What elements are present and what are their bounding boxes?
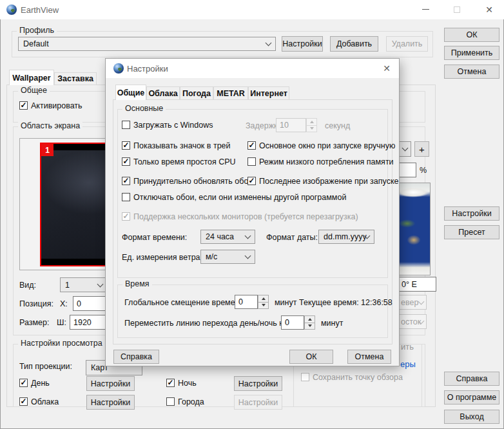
north-combobox-fragment[interactable]: евер	[400, 295, 427, 310]
spin-down-icon[interactable]	[304, 323, 315, 330]
main-window-manual-checkbox[interactable]	[247, 141, 256, 150]
day-checkbox[interactable]	[19, 379, 28, 387]
width-label: Ш:	[57, 318, 66, 327]
dialog-title: Настройки	[127, 64, 168, 74]
date-format-combobox[interactable]: dd.mm.yyyy	[318, 230, 374, 244]
profile-add-button[interactable]: Добавить	[330, 36, 378, 52]
coordinate-input[interactable]: 0° E	[400, 277, 436, 292]
terminator-offset-value: 0	[281, 315, 304, 330]
multimonitor-checkbox[interactable]	[122, 212, 130, 221]
view-value: 1	[65, 281, 70, 290]
cities-settings-button[interactable]: Настройки	[234, 395, 282, 410]
disable-changed-checkbox[interactable]	[122, 193, 130, 201]
chevron-down-icon	[245, 253, 251, 259]
tray-checkbox[interactable]	[122, 141, 130, 150]
dialog-close-icon[interactable]: ✕	[377, 63, 396, 74]
clouds-label: Облака	[31, 397, 59, 406]
help-button[interactable]: Справка	[444, 372, 499, 386]
clouds-checkbox[interactable]	[19, 397, 28, 406]
dialog-tab-internet[interactable]: Интернет	[248, 86, 289, 99]
spin-up-icon[interactable]	[258, 295, 269, 303]
current-time-label: Текущее время: 12:36:58	[299, 298, 393, 307]
view-settings-group-label: Настройки просмотра	[18, 339, 105, 348]
percent-input-fragment[interactable]	[400, 163, 416, 177]
main-window-manual-label: Основное окно при запуске вручную	[259, 141, 395, 150]
app-window: EarthView ✕ Профиль Default Настройки До…	[0, 0, 504, 429]
chevron-down-icon	[418, 298, 425, 304]
cpu-idle-checkbox[interactable]	[122, 157, 130, 166]
seconds-label: секунд	[325, 121, 350, 130]
wind-unit-combobox[interactable]: м/с	[200, 250, 255, 264]
terminator-offset-label: Переместить линию перехода день/ночь на:	[124, 319, 290, 328]
delay-spinner[interactable]: 10	[276, 118, 317, 132]
tab-screensaver[interactable]: Заставка	[54, 72, 97, 85]
activate-checkbox[interactable]	[19, 101, 28, 110]
tab-wallpaper[interactable]: Wallpaper	[9, 70, 54, 85]
dialog-globe-icon	[113, 63, 124, 74]
force-update-checkbox[interactable]	[122, 177, 130, 185]
exit-button[interactable]: Выход	[444, 410, 499, 424]
settings-dialog: Настройки ✕ Общие Облака Погода METAR Ин…	[105, 58, 400, 366]
cities-checkbox[interactable]	[166, 397, 175, 406]
position-label: Позиция:	[19, 299, 53, 308]
date-format-value: dd.mm.yyyy	[324, 232, 367, 241]
add-view-button[interactable]: +	[414, 141, 429, 157]
cancel-button[interactable]: Отмена	[444, 65, 499, 79]
percent-label: %	[420, 166, 427, 175]
ok-button[interactable]: ОК	[444, 28, 499, 42]
link-fragment[interactable]: еры	[400, 360, 416, 369]
disabled-button-fragment: ить	[401, 343, 414, 352]
view-label: Вид:	[19, 281, 36, 290]
time-offset-spinner[interactable]: 0	[235, 295, 269, 309]
dialog-tab-metar[interactable]: METAR	[213, 86, 248, 99]
preset-button[interactable]: Пресет	[444, 225, 499, 239]
spin-down-icon[interactable]	[258, 303, 269, 310]
apply-button[interactable]: Применить	[444, 46, 499, 60]
chevron-down-icon	[402, 145, 409, 152]
settings-button[interactable]: Настройки	[444, 206, 499, 221]
day-settings-button[interactable]: Настройки	[86, 376, 135, 391]
maximize-icon[interactable]	[454, 6, 460, 13]
last-image-checkbox[interactable]	[247, 177, 256, 185]
time-offset-label: Глобальное смещение времени:	[124, 298, 246, 307]
spin-up-icon[interactable]	[304, 315, 315, 323]
load-windows-checkbox[interactable]	[122, 121, 130, 129]
map-thumbnail[interactable]	[396, 183, 431, 275]
about-button[interactable]: О программе	[444, 390, 499, 404]
dialog-help-button[interactable]: Справка	[113, 350, 159, 364]
cpu-idle-label: Только время простоя CPU	[133, 157, 236, 166]
zoom-combobox-fragment[interactable]	[400, 141, 411, 157]
clouds-settings-button[interactable]: Настройки	[86, 395, 135, 410]
view-combobox[interactable]: 1	[60, 277, 108, 292]
night-settings-button[interactable]: Настройки	[234, 376, 282, 391]
time-format-value: 24 часа	[206, 232, 234, 241]
chevron-down-icon	[266, 40, 272, 46]
force-update-label: Принудительно обновлять обои	[133, 177, 253, 186]
dialog-time-group	[117, 284, 388, 338]
profile-remove-button[interactable]: Удалить	[386, 36, 428, 52]
east-combobox-fragment[interactable]: осток	[400, 314, 427, 329]
dialog-tab-general[interactable]: Общие	[115, 85, 146, 100]
spin-up-icon[interactable]	[306, 118, 317, 126]
profile-combobox[interactable]: Default	[18, 37, 276, 51]
dialog-tab-clouds[interactable]: Облака	[146, 86, 180, 99]
night-label: Ночь	[178, 379, 197, 388]
dialog-cancel-button[interactable]: Отмена	[347, 350, 391, 364]
time-format-combobox[interactable]: 24 часа	[200, 230, 255, 244]
save-viewpoint-checkbox[interactable]	[301, 373, 309, 381]
dialog-ok-button[interactable]: ОК	[289, 350, 333, 364]
save-viewpoint-label: Сохранить точку обзора	[313, 373, 403, 382]
profile-settings-button[interactable]: Настройки	[282, 36, 323, 52]
app-globe-icon	[6, 5, 17, 15]
projection-label: Тип проекции:	[19, 362, 72, 371]
minimize-icon[interactable]	[422, 9, 429, 10]
terminator-offset-spinner[interactable]: 0	[281, 315, 315, 330]
close-icon[interactable]: ✕	[484, 4, 494, 15]
size-label: Размер:	[19, 318, 49, 327]
dialog-tab-weather[interactable]: Погода	[180, 86, 213, 99]
spin-down-icon[interactable]	[306, 126, 317, 133]
low-memory-label: Режим низкого потребления памяти	[259, 157, 394, 166]
low-memory-checkbox[interactable]	[247, 157, 256, 166]
dialog-time-group-label: Время	[122, 280, 152, 288]
night-checkbox[interactable]	[166, 379, 175, 387]
